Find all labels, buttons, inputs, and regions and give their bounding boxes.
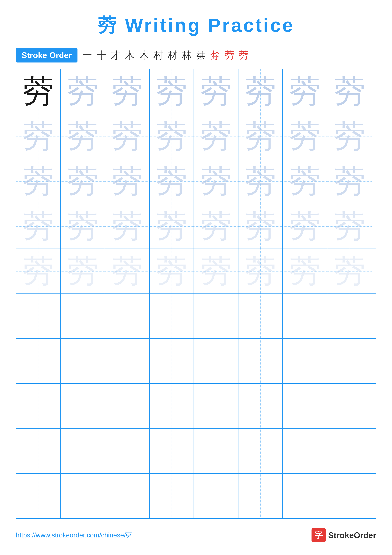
cell-9-7[interactable] [283, 429, 327, 473]
cell-10-2[interactable] [61, 474, 105, 518]
cell-10-5[interactable] [194, 474, 238, 518]
cell-2-8: 䓖 [327, 114, 372, 159]
cell-5-2: 䓖 [61, 249, 105, 293]
cell-10-1[interactable] [16, 474, 61, 518]
cell-10-7[interactable] [283, 474, 327, 518]
cell-6-1[interactable] [16, 294, 61, 338]
cell-6-2[interactable] [61, 294, 105, 338]
cell-10-4[interactable] [150, 474, 194, 518]
cell-1-8: 䓖 [327, 69, 372, 114]
cell-7-2[interactable] [61, 339, 105, 383]
cell-5-4: 䓖 [150, 249, 194, 293]
cell-4-8: 䓖 [327, 204, 372, 248]
cell-2-7: 䓖 [283, 114, 327, 159]
cell-4-3: 䓖 [105, 204, 150, 248]
cell-9-3[interactable] [105, 429, 150, 473]
practice-grid: 䓖 䓖 䓖 䓖 䓖 䓖 䓖 䓖 䓖 䓖 䓖 䓖 䓖 䓖 䓖 䓖 䓖 䓖 䓖 䓖 … [16, 69, 376, 518]
grid-row-8 [16, 384, 376, 429]
cell-1-7: 䓖 [283, 69, 327, 114]
footer-logo: 字 StrokeOrder [312, 528, 376, 542]
cell-8-5[interactable] [194, 384, 238, 428]
cell-4-4: 䓖 [150, 204, 194, 248]
cell-7-7[interactable] [283, 339, 327, 383]
cell-9-5[interactable] [194, 429, 238, 473]
stroke-7: 材 [168, 49, 178, 62]
cell-5-5: 䓖 [194, 249, 238, 293]
cell-4-6: 䓖 [238, 204, 283, 248]
cell-10-3[interactable] [105, 474, 150, 518]
cell-4-1: 䓖 [16, 204, 61, 248]
cell-4-2: 䓖 [61, 204, 105, 248]
cell-3-2: 䓖 [61, 159, 105, 204]
cell-3-3: 䓖 [105, 159, 150, 204]
cell-8-7[interactable] [283, 384, 327, 428]
cell-7-5[interactable] [194, 339, 238, 383]
cell-8-2[interactable] [61, 384, 105, 428]
stroke-11: 䓖 [225, 49, 234, 62]
cell-7-3[interactable] [105, 339, 150, 383]
cell-1-3: 䓖 [105, 69, 150, 114]
cell-3-7: 䓖 [283, 159, 327, 204]
cell-10-6[interactable] [238, 474, 283, 518]
cell-3-8: 䓖 [327, 159, 372, 204]
cell-9-6[interactable] [238, 429, 283, 473]
stroke-order-badge: Stroke Order [16, 48, 78, 63]
cell-6-8[interactable] [327, 294, 372, 338]
cell-3-6: 䓖 [238, 159, 283, 204]
grid-row-5: 䓖 䓖 䓖 䓖 䓖 䓖 䓖 䓖 [16, 249, 376, 294]
stroke-2: 十 [96, 49, 106, 62]
stroke-order-section: Stroke Order 一 十 才 木 木 村 材 林 栞 棼 䓖 䓖 [16, 48, 376, 63]
cell-5-3: 䓖 [105, 249, 150, 293]
cell-3-1: 䓖 [16, 159, 61, 204]
cell-6-7[interactable] [283, 294, 327, 338]
title-char: 䓖 [98, 15, 118, 36]
logo-icon: 字 [312, 528, 326, 542]
cell-3-5: 䓖 [194, 159, 238, 204]
title-text: Writing Practice [125, 15, 294, 36]
cell-1-5: 䓖 [194, 69, 238, 114]
stroke-12: 䓖 [239, 49, 249, 62]
stroke-6: 村 [153, 49, 163, 62]
cell-6-5[interactable] [194, 294, 238, 338]
cell-8-4[interactable] [150, 384, 194, 428]
cell-7-8[interactable] [327, 339, 372, 383]
cell-5-8: 䓖 [327, 249, 372, 293]
grid-row-3: 䓖 䓖 䓖 䓖 䓖 䓖 䓖 䓖 [16, 159, 376, 204]
cell-5-7: 䓖 [283, 249, 327, 293]
cell-1-1: 䓖 [16, 69, 61, 114]
cell-2-2: 䓖 [61, 114, 105, 159]
cell-8-6[interactable] [238, 384, 283, 428]
cell-6-3[interactable] [105, 294, 150, 338]
stroke-10: 棼 [210, 49, 220, 62]
cell-9-1[interactable] [16, 429, 61, 473]
cell-2-6: 䓖 [238, 114, 283, 159]
cell-9-4[interactable] [150, 429, 194, 473]
grid-row-10 [16, 474, 376, 518]
cell-2-3: 䓖 [105, 114, 150, 159]
cell-8-3[interactable] [105, 384, 150, 428]
cell-8-8[interactable] [327, 384, 372, 428]
cell-10-8[interactable] [327, 474, 372, 518]
cell-9-2[interactable] [61, 429, 105, 473]
stroke-sequence: 一 十 才 木 木 村 材 林 栞 棼 䓖 䓖 [82, 49, 249, 62]
cell-5-1: 䓖 [16, 249, 61, 293]
cell-2-1: 䓖 [16, 114, 61, 159]
cell-5-6: 䓖 [238, 249, 283, 293]
cell-8-1[interactable] [16, 384, 61, 428]
page-title: 䓖 Writing Practice [0, 0, 392, 38]
cell-9-8[interactable] [327, 429, 372, 473]
cell-1-4: 䓖 [150, 69, 194, 114]
grid-row-6 [16, 294, 376, 339]
cell-7-4[interactable] [150, 339, 194, 383]
cell-6-4[interactable] [150, 294, 194, 338]
footer-url[interactable]: https://www.strokeorder.com/chinese/䓖 [16, 531, 133, 540]
cell-6-6[interactable] [238, 294, 283, 338]
stroke-9: 栞 [196, 49, 206, 62]
cell-2-4: 䓖 [150, 114, 194, 159]
stroke-1: 一 [82, 49, 92, 62]
grid-row-2: 䓖 䓖 䓖 䓖 䓖 䓖 䓖 䓖 [16, 114, 376, 159]
cell-1-6: 䓖 [238, 69, 283, 114]
cell-7-6[interactable] [238, 339, 283, 383]
cell-7-1[interactable] [16, 339, 61, 383]
grid-row-9 [16, 429, 376, 474]
